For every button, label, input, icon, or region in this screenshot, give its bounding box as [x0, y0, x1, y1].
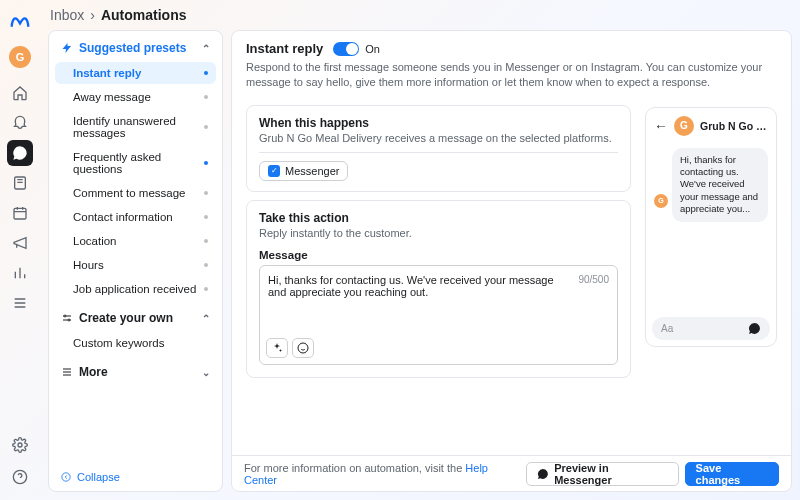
sidebar-item-away-message[interactable]: Away message	[55, 86, 216, 108]
svg-point-7	[298, 343, 308, 353]
sidebar-item-identify-unanswered[interactable]: Identify unanswered messages	[55, 110, 216, 144]
chevron-right-icon: ›	[90, 7, 95, 23]
sidebar-item-comment-to-message[interactable]: Comment to message	[55, 182, 216, 204]
chevron-up-icon: ⌃	[202, 313, 210, 324]
automation-sidebar: Suggested presets ⌃ Instant reply Away m…	[48, 30, 223, 492]
create-own-label: Create your own	[79, 311, 173, 325]
footer-bar: For more information on automation, visi…	[232, 455, 791, 491]
preview-messenger-button[interactable]: Preview in Messenger	[526, 462, 678, 486]
breadcrumb: Inbox › Automations	[40, 0, 800, 30]
when-subtitle: Grub N Go Meal Delivery receives a messa…	[259, 132, 618, 144]
nav-insights[interactable]	[7, 260, 33, 286]
nav-planner[interactable]	[7, 200, 33, 226]
emoji-button[interactable]	[292, 338, 314, 358]
message-label: Message	[259, 249, 618, 261]
nav-content[interactable]	[7, 170, 33, 196]
when-card: When this happens Grub N Go Meal Deliver…	[246, 105, 631, 192]
preview-input: Aa	[652, 317, 770, 340]
svg-point-6	[62, 473, 70, 481]
org-avatar[interactable]: G	[9, 46, 31, 68]
chevron-up-icon: ⌃	[202, 43, 210, 54]
messenger-icon	[748, 322, 761, 335]
toggle-state-label: On	[365, 43, 380, 55]
list-icon	[61, 366, 73, 378]
sidebar-item-faq[interactable]: Frequently asked questions	[55, 146, 216, 180]
platform-label: Messenger	[285, 165, 339, 177]
breadcrumb-current: Automations	[101, 7, 187, 23]
personalize-button[interactable]	[266, 338, 288, 358]
meta-logo[interactable]	[9, 12, 31, 34]
page-description: Respond to the first message someone sen…	[246, 60, 777, 91]
presets-label: Suggested presets	[79, 41, 186, 55]
when-title: When this happens	[259, 116, 618, 130]
action-title: Take this action	[259, 211, 618, 225]
footer-text: For more information on automation, visi…	[244, 462, 520, 486]
preview-page-name: Grub N Go M...	[700, 120, 768, 132]
create-own-header[interactable]: Create your own ⌃	[49, 301, 222, 331]
collapse-label: Collapse	[77, 471, 120, 483]
preview-avatar: G	[674, 116, 694, 136]
messenger-icon	[537, 468, 549, 480]
sidebar-item-hours[interactable]: Hours	[55, 254, 216, 276]
nav-home[interactable]	[7, 80, 33, 106]
preview-placeholder: Aa	[661, 323, 673, 334]
enable-toggle[interactable]	[333, 42, 359, 56]
svg-point-4	[64, 315, 66, 317]
preview-bubble-avatar: G	[654, 194, 668, 208]
svg-point-2	[18, 443, 22, 447]
more-label: More	[79, 365, 108, 379]
nav-ads[interactable]	[7, 230, 33, 256]
emoji-icon	[297, 342, 309, 354]
svg-point-5	[68, 319, 70, 321]
adjust-icon	[61, 312, 73, 324]
collapse-icon	[61, 472, 71, 482]
action-subtitle: Reply instantly to the customer.	[259, 227, 618, 239]
preview-bubble: Hi, thanks for contacting us. We've rece…	[672, 148, 768, 222]
content-panel: Instant reply On Respond to the first me…	[231, 30, 792, 492]
message-textarea[interactable]	[268, 274, 563, 324]
message-box: 90/500	[259, 265, 618, 365]
char-counter: 90/500	[578, 274, 609, 285]
nav-help[interactable]	[7, 464, 33, 490]
breadcrumb-parent[interactable]: Inbox	[50, 7, 84, 23]
sidebar-item-instant-reply[interactable]: Instant reply	[55, 62, 216, 84]
sparkle-icon	[271, 342, 283, 354]
chevron-down-icon: ⌄	[202, 367, 210, 378]
more-header[interactable]: More ⌄	[49, 355, 222, 385]
action-card: Take this action Reply instantly to the …	[246, 200, 631, 378]
save-changes-button[interactable]: Save changes	[685, 462, 779, 486]
page-title: Instant reply	[246, 41, 323, 56]
sidebar-item-contact-info[interactable]: Contact information	[55, 206, 216, 228]
bolt-icon	[61, 42, 73, 54]
chat-preview: ← G Grub N Go M... G Hi, thanks for cont…	[645, 107, 777, 347]
preview-back-icon[interactable]: ←	[654, 118, 668, 134]
sidebar-item-custom-keywords[interactable]: Custom keywords	[55, 332, 216, 354]
check-icon: ✓	[268, 165, 280, 177]
collapse-button[interactable]: Collapse	[61, 471, 120, 483]
sidebar-item-job-application[interactable]: Job application received	[55, 278, 216, 300]
platform-messenger-chip[interactable]: ✓ Messenger	[259, 161, 348, 181]
nav-inbox[interactable]	[7, 140, 33, 166]
presets-header[interactable]: Suggested presets ⌃	[49, 31, 222, 61]
nav-all-tools[interactable]	[7, 290, 33, 316]
sidebar-item-location[interactable]: Location	[55, 230, 216, 252]
svg-rect-1	[14, 208, 26, 219]
preview-btn-label: Preview in Messenger	[554, 462, 667, 486]
save-btn-label: Save changes	[696, 462, 768, 486]
nav-settings[interactable]	[7, 432, 33, 458]
nav-notifications[interactable]	[7, 110, 33, 136]
